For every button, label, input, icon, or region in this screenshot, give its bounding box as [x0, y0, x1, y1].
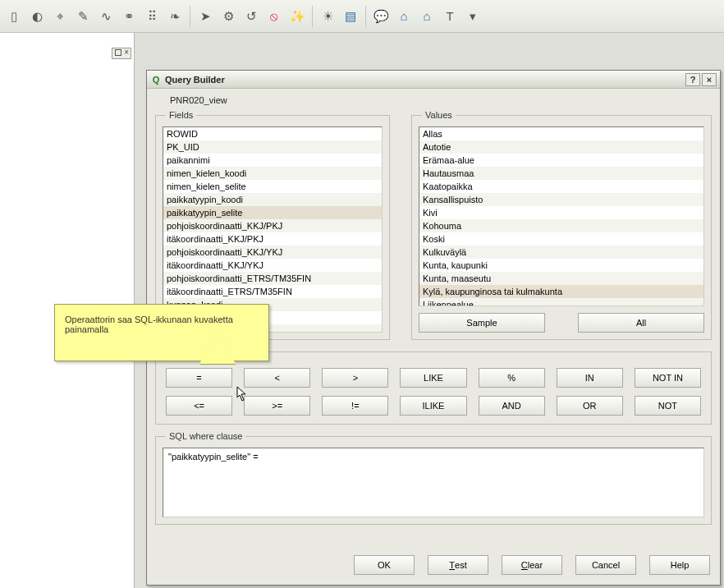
toolbar-sep: [312, 6, 313, 27]
app-icon: Q: [150, 74, 162, 85]
dock-detach-icon: [115, 49, 121, 56]
fields-row[interactable]: ROWID: [163, 127, 382, 140]
values-row[interactable]: Kaatopaikka: [419, 180, 703, 193]
fields-row[interactable]: paikkatyypin_koodi: [163, 193, 382, 206]
chev-icon[interactable]: ▾: [462, 6, 483, 27]
dock-controls[interactable]: ×: [112, 48, 131, 59]
values-row[interactable]: Allas: [419, 127, 703, 140]
op--button[interactable]: <: [244, 368, 310, 388]
layer-name: PNR020_view: [155, 94, 712, 105]
values-group: Values AllasAutotieErämaa-alueHautausmaa…: [411, 110, 712, 340]
close-titlebutton[interactable]: ×: [702, 73, 717, 86]
fields-row[interactable]: pohjoiskoordinaatti_KKJ/PKJ: [163, 219, 382, 232]
app-toolbar: ▯ ◐ ⌖ ✎ ∿ ⚭ ⠿ ❧ ➤ ⚙ ↺ ⦸ ✨ ☀ ▤ 💬 ⌂ ⌂ T ▾: [0, 0, 724, 33]
fields-row[interactable]: PK_UID: [163, 140, 382, 154]
op--button[interactable]: %: [479, 368, 545, 388]
bar-icon[interactable]: ▯: [3, 6, 25, 27]
callout-arrow-icon: [199, 328, 236, 364]
values-row[interactable]: Kivi: [419, 206, 703, 219]
pointer-undo-icon[interactable]: ↺: [241, 6, 262, 27]
wand-icon[interactable]: ✨: [286, 6, 308, 27]
toolbar-sep: [190, 6, 190, 27]
op-ilike-button[interactable]: ILIKE: [400, 396, 466, 416]
planet-icon[interactable]: ◐: [26, 6, 48, 27]
text-icon[interactable]: T: [439, 6, 461, 27]
values-row[interactable]: Kulkuväylä: [419, 246, 703, 259]
fields-row[interactable]: nimen_kielen_koodi: [163, 167, 382, 180]
dialog-button-row: OK Test Clear Cancel Help: [155, 549, 712, 577]
fields-row[interactable]: paikannimi: [163, 154, 382, 167]
values-row[interactable]: Erämaa-alue: [419, 154, 703, 167]
help-callout: Operaattorin saa SQL-ikkunaan kuvaketta …: [54, 304, 269, 361]
values-listbox[interactable]: AllasAutotieErämaa-alueHautausmaaKaatopa…: [419, 126, 704, 306]
dots-icon[interactable]: ⠿: [141, 6, 163, 27]
fields-row[interactable]: paikkatyypin_selite: [163, 206, 382, 219]
path-icon[interactable]: ∿: [95, 6, 117, 27]
where-textarea[interactable]: [163, 448, 704, 517]
op--button[interactable]: =: [166, 368, 232, 388]
op-in-button[interactable]: IN: [557, 368, 623, 388]
ok-button[interactable]: OK: [354, 555, 415, 575]
fields-row[interactable]: nimen_kielen_selite: [163, 180, 382, 193]
fields-row[interactable]: itäkoordinaatti_KKJ/PKJ: [163, 232, 382, 246]
values-row[interactable]: Kohouma: [419, 219, 703, 232]
fields-row[interactable]: pohjoiskoordinaatti_ETRS/TM35FIN: [163, 272, 382, 285]
help-titlebutton[interactable]: ?: [685, 73, 700, 86]
values-row[interactable]: Kunta, kaupunki: [419, 259, 703, 272]
op-notin-button[interactable]: NOT IN: [635, 368, 701, 388]
fields-row[interactable]: pohjoiskoordinaatti_KKJ/YKJ: [163, 246, 382, 259]
callout-icon[interactable]: ✎: [72, 6, 94, 27]
fields-legend: Fields: [166, 110, 196, 120]
pointer-icon[interactable]: ➤: [195, 6, 216, 27]
marker-icon[interactable]: ⌖: [49, 6, 71, 27]
dialog-titlebar[interactable]: Q Query Builder ? ×: [147, 71, 720, 89]
op-like-button[interactable]: LIKE: [400, 368, 466, 388]
where-group: SQL where clause: [155, 431, 712, 525]
people-icon[interactable]: ⚭: [118, 6, 140, 27]
op--button[interactable]: >: [322, 368, 388, 388]
cancel-button[interactable]: Cancel: [575, 555, 636, 575]
values-row[interactable]: Kylä, kaupunginosa tai kulmakunta: [419, 285, 703, 298]
dock-close-icon: ×: [124, 48, 129, 57]
where-legend: SQL where clause: [166, 431, 245, 441]
help-button[interactable]: Help: [649, 555, 710, 575]
home-arrow-icon[interactable]: ⌂: [393, 6, 415, 27]
values-row[interactable]: Koski: [419, 232, 703, 246]
test-button[interactable]: Test: [428, 555, 488, 575]
calendar-chart-icon[interactable]: ▤: [340, 6, 361, 27]
home-icon[interactable]: ⌂: [416, 6, 438, 27]
pointer-gear-icon[interactable]: ⚙: [218, 6, 239, 27]
values-row[interactable]: Kansallispuisto: [419, 193, 703, 206]
values-legend: Values: [422, 110, 456, 120]
op--button[interactable]: !=: [322, 396, 388, 416]
values-row[interactable]: Kunta, maaseutu: [419, 272, 703, 285]
calendar-star-icon[interactable]: ☀: [317, 6, 338, 27]
op--button[interactable]: >=: [244, 396, 310, 416]
op-or-button[interactable]: OR: [557, 396, 623, 416]
fields-row[interactable]: itäkoordinaatti_KKJ/YKJ: [163, 259, 382, 272]
op-and-button[interactable]: AND: [479, 396, 545, 416]
operators-grid: =<>LIKE%INNOT IN<=>=!=ILIKEANDORNOT: [163, 363, 704, 417]
op--button[interactable]: <=: [166, 396, 232, 416]
values-row[interactable]: Hautausmaa: [419, 167, 703, 180]
fields-listbox[interactable]: ROWIDPK_UIDpaikanniminimen_kielen_koodin…: [163, 126, 383, 333]
dialog-title: Query Builder: [165, 75, 684, 85]
no-icon[interactable]: ⦸: [263, 6, 285, 27]
fields-row[interactable]: itäkoordinaatti_ETRS/TM35FIN: [163, 285, 382, 298]
values-row[interactable]: Liikennealue: [419, 298, 703, 306]
all-button[interactable]: All: [578, 313, 704, 333]
op-not-button[interactable]: NOT: [635, 396, 701, 416]
sample-button[interactable]: Sample: [419, 313, 545, 333]
speech-icon[interactable]: 💬: [370, 6, 392, 27]
clear-button[interactable]: Clear: [502, 555, 562, 575]
values-row[interactable]: Autotie: [419, 140, 703, 154]
toolbar-sep: [365, 6, 366, 27]
leaf-icon[interactable]: ❧: [164, 6, 186, 27]
